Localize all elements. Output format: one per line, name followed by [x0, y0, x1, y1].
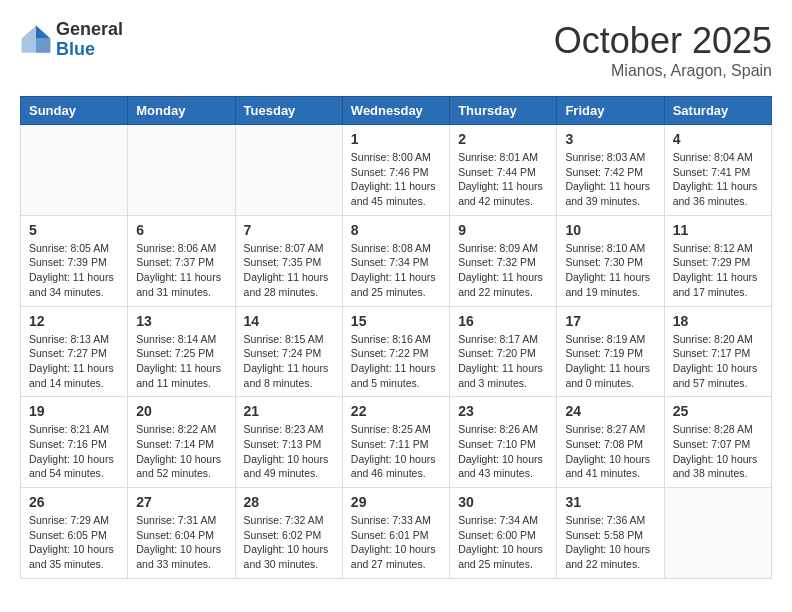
calendar-cell — [21, 125, 128, 216]
logo-general-text: General — [56, 20, 123, 40]
day-number: 16 — [458, 313, 548, 329]
day-number: 22 — [351, 403, 441, 419]
calendar-cell — [235, 125, 342, 216]
day-info: Sunrise: 8:22 AM Sunset: 7:14 PM Dayligh… — [136, 422, 226, 481]
day-number: 24 — [565, 403, 655, 419]
day-info: Sunrise: 8:07 AM Sunset: 7:35 PM Dayligh… — [244, 241, 334, 300]
day-info: Sunrise: 8:16 AM Sunset: 7:22 PM Dayligh… — [351, 332, 441, 391]
calendar-table: SundayMondayTuesdayWednesdayThursdayFrid… — [20, 96, 772, 579]
day-info: Sunrise: 8:14 AM Sunset: 7:25 PM Dayligh… — [136, 332, 226, 391]
calendar-cell: 3Sunrise: 8:03 AM Sunset: 7:42 PM Daylig… — [557, 125, 664, 216]
day-info: Sunrise: 7:32 AM Sunset: 6:02 PM Dayligh… — [244, 513, 334, 572]
day-info: Sunrise: 8:28 AM Sunset: 7:07 PM Dayligh… — [673, 422, 763, 481]
day-info: Sunrise: 7:29 AM Sunset: 6:05 PM Dayligh… — [29, 513, 119, 572]
svg-marker-1 — [36, 38, 50, 52]
calendar-cell: 21Sunrise: 8:23 AM Sunset: 7:13 PM Dayli… — [235, 397, 342, 488]
day-number: 4 — [673, 131, 763, 147]
calendar-cell: 14Sunrise: 8:15 AM Sunset: 7:24 PM Dayli… — [235, 306, 342, 397]
day-info: Sunrise: 8:26 AM Sunset: 7:10 PM Dayligh… — [458, 422, 548, 481]
day-number: 27 — [136, 494, 226, 510]
day-info: Sunrise: 8:01 AM Sunset: 7:44 PM Dayligh… — [458, 150, 548, 209]
day-number: 7 — [244, 222, 334, 238]
day-number: 11 — [673, 222, 763, 238]
calendar-cell — [128, 125, 235, 216]
logo-text: General Blue — [56, 20, 123, 60]
calendar-cell: 18Sunrise: 8:20 AM Sunset: 7:17 PM Dayli… — [664, 306, 771, 397]
day-info: Sunrise: 8:05 AM Sunset: 7:39 PM Dayligh… — [29, 241, 119, 300]
day-number: 25 — [673, 403, 763, 419]
day-number: 23 — [458, 403, 548, 419]
location-text: Mianos, Aragon, Spain — [554, 62, 772, 80]
calendar-cell: 22Sunrise: 8:25 AM Sunset: 7:11 PM Dayli… — [342, 397, 449, 488]
calendar-cell: 2Sunrise: 8:01 AM Sunset: 7:44 PM Daylig… — [450, 125, 557, 216]
day-number: 3 — [565, 131, 655, 147]
day-info: Sunrise: 8:12 AM Sunset: 7:29 PM Dayligh… — [673, 241, 763, 300]
calendar-cell: 27Sunrise: 7:31 AM Sunset: 6:04 PM Dayli… — [128, 488, 235, 579]
day-info: Sunrise: 7:36 AM Sunset: 5:58 PM Dayligh… — [565, 513, 655, 572]
day-info: Sunrise: 8:04 AM Sunset: 7:41 PM Dayligh… — [673, 150, 763, 209]
day-number: 26 — [29, 494, 119, 510]
day-info: Sunrise: 8:10 AM Sunset: 7:30 PM Dayligh… — [565, 241, 655, 300]
day-info: Sunrise: 8:06 AM Sunset: 7:37 PM Dayligh… — [136, 241, 226, 300]
day-info: Sunrise: 7:34 AM Sunset: 6:00 PM Dayligh… — [458, 513, 548, 572]
day-number: 29 — [351, 494, 441, 510]
day-info: Sunrise: 8:23 AM Sunset: 7:13 PM Dayligh… — [244, 422, 334, 481]
calendar-cell: 4Sunrise: 8:04 AM Sunset: 7:41 PM Daylig… — [664, 125, 771, 216]
calendar-cell: 16Sunrise: 8:17 AM Sunset: 7:20 PM Dayli… — [450, 306, 557, 397]
month-title: October 2025 — [554, 20, 772, 62]
calendar-week-row: 5Sunrise: 8:05 AM Sunset: 7:39 PM Daylig… — [21, 215, 772, 306]
day-number: 31 — [565, 494, 655, 510]
calendar-week-row: 26Sunrise: 7:29 AM Sunset: 6:05 PM Dayli… — [21, 488, 772, 579]
weekday-header: Thursday — [450, 97, 557, 125]
weekday-header: Wednesday — [342, 97, 449, 125]
day-number: 18 — [673, 313, 763, 329]
day-number: 17 — [565, 313, 655, 329]
day-number: 30 — [458, 494, 548, 510]
day-number: 13 — [136, 313, 226, 329]
calendar-cell: 5Sunrise: 8:05 AM Sunset: 7:39 PM Daylig… — [21, 215, 128, 306]
day-info: Sunrise: 8:08 AM Sunset: 7:34 PM Dayligh… — [351, 241, 441, 300]
logo: General Blue — [20, 20, 123, 60]
calendar-cell: 30Sunrise: 7:34 AM Sunset: 6:00 PM Dayli… — [450, 488, 557, 579]
day-number: 1 — [351, 131, 441, 147]
day-number: 5 — [29, 222, 119, 238]
calendar-cell: 20Sunrise: 8:22 AM Sunset: 7:14 PM Dayli… — [128, 397, 235, 488]
calendar-cell: 12Sunrise: 8:13 AM Sunset: 7:27 PM Dayli… — [21, 306, 128, 397]
weekday-header: Sunday — [21, 97, 128, 125]
calendar-cell: 15Sunrise: 8:16 AM Sunset: 7:22 PM Dayli… — [342, 306, 449, 397]
weekday-header: Friday — [557, 97, 664, 125]
calendar-cell: 9Sunrise: 8:09 AM Sunset: 7:32 PM Daylig… — [450, 215, 557, 306]
calendar-week-row: 12Sunrise: 8:13 AM Sunset: 7:27 PM Dayli… — [21, 306, 772, 397]
calendar-cell: 29Sunrise: 7:33 AM Sunset: 6:01 PM Dayli… — [342, 488, 449, 579]
day-info: Sunrise: 8:13 AM Sunset: 7:27 PM Dayligh… — [29, 332, 119, 391]
calendar-cell: 11Sunrise: 8:12 AM Sunset: 7:29 PM Dayli… — [664, 215, 771, 306]
calendar-cell: 8Sunrise: 8:08 AM Sunset: 7:34 PM Daylig… — [342, 215, 449, 306]
day-number: 12 — [29, 313, 119, 329]
calendar-week-row: 1Sunrise: 8:00 AM Sunset: 7:46 PM Daylig… — [21, 125, 772, 216]
logo-icon — [20, 24, 52, 56]
day-info: Sunrise: 8:15 AM Sunset: 7:24 PM Dayligh… — [244, 332, 334, 391]
day-number: 14 — [244, 313, 334, 329]
svg-marker-0 — [36, 25, 50, 38]
calendar-cell: 26Sunrise: 7:29 AM Sunset: 6:05 PM Dayli… — [21, 488, 128, 579]
calendar-cell — [664, 488, 771, 579]
calendar-cell: 19Sunrise: 8:21 AM Sunset: 7:16 PM Dayli… — [21, 397, 128, 488]
calendar-cell: 13Sunrise: 8:14 AM Sunset: 7:25 PM Dayli… — [128, 306, 235, 397]
day-info: Sunrise: 8:03 AM Sunset: 7:42 PM Dayligh… — [565, 150, 655, 209]
day-info: Sunrise: 7:31 AM Sunset: 6:04 PM Dayligh… — [136, 513, 226, 572]
day-info: Sunrise: 8:00 AM Sunset: 7:46 PM Dayligh… — [351, 150, 441, 209]
day-number: 20 — [136, 403, 226, 419]
day-info: Sunrise: 8:21 AM Sunset: 7:16 PM Dayligh… — [29, 422, 119, 481]
svg-marker-2 — [22, 25, 36, 52]
weekday-header: Monday — [128, 97, 235, 125]
day-info: Sunrise: 8:27 AM Sunset: 7:08 PM Dayligh… — [565, 422, 655, 481]
calendar-week-row: 19Sunrise: 8:21 AM Sunset: 7:16 PM Dayli… — [21, 397, 772, 488]
day-info: Sunrise: 8:09 AM Sunset: 7:32 PM Dayligh… — [458, 241, 548, 300]
day-number: 15 — [351, 313, 441, 329]
day-info: Sunrise: 8:17 AM Sunset: 7:20 PM Dayligh… — [458, 332, 548, 391]
calendar-cell: 25Sunrise: 8:28 AM Sunset: 7:07 PM Dayli… — [664, 397, 771, 488]
weekday-header: Saturday — [664, 97, 771, 125]
day-number: 10 — [565, 222, 655, 238]
title-section: October 2025 Mianos, Aragon, Spain — [554, 20, 772, 80]
day-number: 8 — [351, 222, 441, 238]
